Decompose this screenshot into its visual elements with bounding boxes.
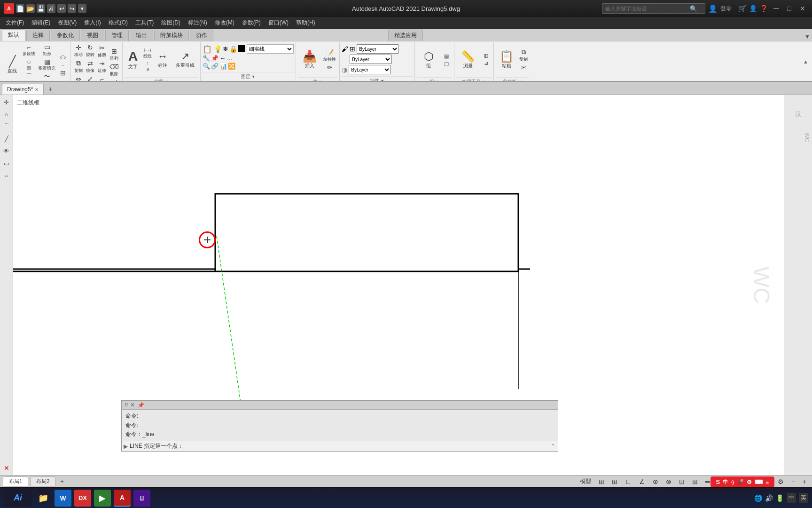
tab-addins[interactable]: 附加模块 [154,30,189,41]
close-btn[interactable]: ✕ [797,5,808,12]
layer-name-select[interactable]: 细实线 [247,44,294,54]
layer-freeze-icon[interactable]: ❄ [223,45,228,53]
max-btn[interactable]: □ [785,5,794,12]
menu-modify[interactable]: 修改(M) [211,17,238,28]
btn-dim-radius[interactable]: ⌀ [142,66,153,72]
status-grid-icon[interactable]: ⊞ [596,477,607,486]
panel-arrow-icon[interactable]: ▼ [804,33,810,40]
btn-block-props[interactable]: 📝 块特性 [322,48,337,63]
layout-tab-add[interactable]: + [57,477,67,486]
btn-mirror[interactable]: ⇄ 镜像 [85,59,96,74]
btn-leader[interactable]: ↗ 多重引线 [172,43,198,76]
btn-erase[interactable]: ⌫ 删除 [108,63,120,78]
search-icon[interactable]: 🔍 [690,5,697,12]
btn-id[interactable]: ID [480,53,492,59]
lt-rect2[interactable]: ▭ [1,158,12,168]
layer-color-icon[interactable] [238,45,245,52]
bylayer-select-3[interactable]: ByLayer [349,65,391,74]
layer-match-icon[interactable]: 🔧 [203,55,210,62]
plot-icon[interactable]: 🖨 [47,4,55,13]
btn-stretch[interactable]: ⇔ 拉伸 [73,75,84,82]
lt-crosshair[interactable]: ✛ [1,97,12,107]
lt-eye[interactable]: 👁 [1,146,12,156]
sogou-keyboard-icon[interactable]: ⌨ [755,479,763,485]
btn-block-edit[interactable]: ✏ [322,64,337,71]
qs-dropdown-icon[interactable]: ▼ [78,4,86,13]
btn-insert-block[interactable]: 📥 插入 [298,43,321,76]
btn-text[interactable]: A 文字 [125,43,141,76]
sogou-mic-icon[interactable]: 🎤 [737,479,744,485]
btn-dim-linear[interactable]: ⊢⊣ 线性 [142,48,153,60]
cart-icon[interactable]: 🛒 [738,5,746,12]
status-zoom-plus[interactable]: + [800,477,809,486]
help-icon[interactable]: ❓ [760,5,768,12]
command-pin-icon[interactable]: 📌 [138,402,144,408]
doc-tab-drawing5[interactable]: Drawing5* ✕ [2,84,44,95]
tab-annotate[interactable]: 注释 [26,30,50,41]
block-label[interactable]: 块 ▼ [298,77,337,82]
menu-insert[interactable]: 插入(I) [80,17,104,28]
btn-group-b[interactable]: ▢ [441,60,452,67]
ai-label[interactable]: Ai [4,490,32,507]
menu-dimension[interactable]: 标注(N) [184,17,211,28]
status-snap-icon[interactable]: ⊞ [609,477,620,486]
layers-label[interactable]: 图层 ▼ [203,72,294,81]
lt-line2[interactable]: ╱ [1,134,12,144]
cmd-scroll[interactable]: ⌃ [550,443,556,450]
taskbar-screen-record[interactable]: 🖥 [133,490,150,507]
props-match-icon[interactable]: 🖌 [342,45,348,53]
account-icon[interactable]: 👤 [749,5,757,12]
search-bar[interactable]: 🔍 [602,3,705,14]
save-file-icon[interactable]: 💾 [37,4,45,13]
status-ortho-icon[interactable]: ∟ [622,477,634,486]
btn-dim-aligned[interactable]: ↕ [142,60,153,66]
btn-line[interactable]: ╱ 直线 [4,48,21,81]
btn-point[interactable]: · [57,61,69,69]
taskbar-word[interactable]: W [55,490,71,507]
groups-label[interactable]: 组 ▼ [417,77,452,82]
clipboard-label[interactable]: 剪贴板 ▼ [496,77,529,82]
canvas-area[interactable]: 二维线框 WC [13,95,784,475]
sogou-menu-icon[interactable]: ≡ [765,479,769,485]
open-file-icon[interactable]: 📂 [26,4,35,13]
menu-tools[interactable]: 工具(T) [132,17,157,28]
user-icon[interactable]: 👤 [708,4,718,13]
btn-move[interactable]: ✛ 移动 [73,43,84,58]
min-btn[interactable]: ─ [771,4,781,13]
taskbar-play[interactable]: ▶ [94,490,111,507]
bylayer-select-2[interactable]: ByLayer [350,55,392,64]
menu-window[interactable]: 窗口(W) [265,17,292,28]
lang-icon[interactable]: 英 [799,493,808,503]
tab-view[interactable]: 视图 [81,30,104,41]
doc-tab-add[interactable]: + [45,83,56,95]
btn-array[interactable]: ⊞ 阵列 [108,47,120,62]
btn-group[interactable]: ⬡ 组 [417,43,440,76]
status-ucs-icon[interactable]: ⊡ [676,477,687,486]
btn-scale[interactable]: ⤢ 缩放 [85,75,96,82]
btn-spline[interactable]: 〜 样条线 [37,72,57,82]
menu-edit[interactable]: 编辑(E) [28,17,54,28]
menu-parametric[interactable]: 参数(P) [238,17,265,28]
utilities-label[interactable]: 实用工具 ▼ [456,77,492,82]
doc-tab-close[interactable]: ✕ [35,87,39,92]
btn-group-a[interactable]: ▤ [441,53,452,60]
status-osnap-icon[interactable]: ⊕ [650,477,661,486]
tab-featured[interactable]: 精选应用 [388,30,423,41]
taskbar-file-manager[interactable]: 📁 [35,490,52,507]
tab-output[interactable]: 输出 [130,30,153,41]
status-otrack-icon[interactable]: ⊗ [663,477,674,486]
ime-icon[interactable]: 中 [787,493,796,503]
menu-file[interactable]: 文件(F) [2,17,28,28]
command-input-line[interactable]: ▶ LINE 指定第一个点： ⌃ [122,441,558,451]
btn-utility-b[interactable]: ⊿ [480,60,492,67]
menu-help[interactable]: 帮助(H) [292,17,319,28]
annotation-label[interactable]: 注释 ▼ [125,77,198,82]
layer-lock-icon[interactable]: 🔒 [229,45,237,53]
tab-parametric[interactable]: 参数化 [51,30,80,41]
status-zoom-minus[interactable]: − [789,477,798,486]
login-text[interactable]: 登录 [720,5,732,13]
tab-manage[interactable]: 管理 [105,30,129,41]
tab-home[interactable]: 默认 [2,29,25,41]
btn-dimension[interactable]: ↔ 标注 [154,43,172,76]
properties-expand-icon[interactable]: ▼ [380,79,384,82]
